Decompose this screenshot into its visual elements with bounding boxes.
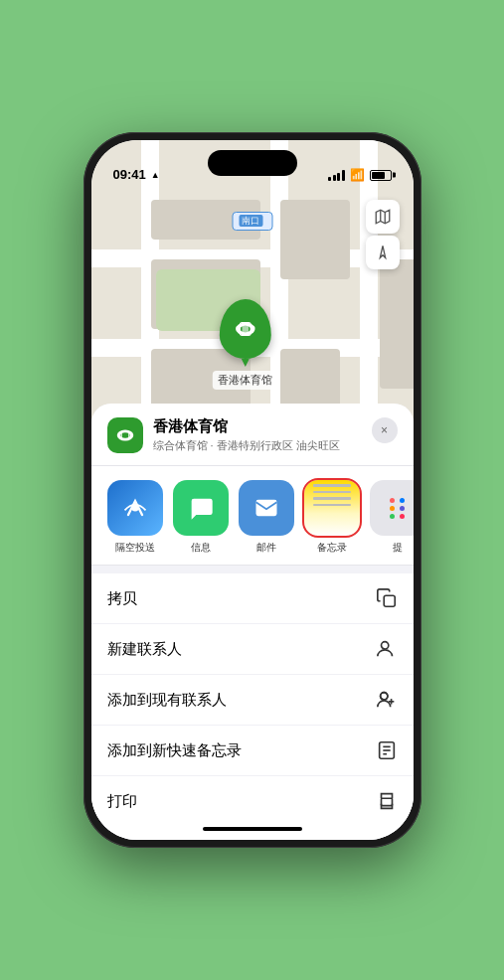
- more-icon: [370, 480, 414, 536]
- phone-frame: 09:41 ▲ 📶: [84, 132, 421, 848]
- action-quick-note[interactable]: 添加到新快速备忘录: [91, 726, 414, 776]
- svg-rect-5: [243, 326, 250, 333]
- notes-label: 备忘录: [317, 541, 347, 555]
- svg-rect-23: [381, 798, 392, 805]
- mail-icon: [239, 480, 294, 536]
- status-time: 09:41 ▲: [113, 167, 160, 182]
- gate-label: 南口 南口: [232, 212, 272, 231]
- airdrop-label: 隔空投送: [115, 541, 155, 555]
- person-plus-icon: [376, 689, 398, 711]
- svg-rect-12: [255, 500, 276, 516]
- print-label: 打印: [107, 792, 137, 811]
- stadium-marker-label: 香港体育馆: [212, 371, 278, 390]
- person-add-icon: [376, 638, 398, 660]
- location-desc: 综合体育馆 · 香港特别行政区 油尖旺区: [153, 438, 362, 453]
- stadium-marker[interactable]: 香港体育馆: [212, 299, 278, 390]
- battery-icon: [370, 170, 392, 181]
- more-label: 提: [393, 541, 403, 555]
- phone-screen: 09:41 ▲ 📶: [91, 140, 414, 840]
- bottom-sheet: 香港体育馆 综合体育馆 · 香港特别行政区 油尖旺区 ×: [91, 404, 414, 840]
- location-button[interactable]: [366, 236, 400, 269]
- status-icons: 📶: [328, 168, 392, 182]
- location-name: 香港体育馆: [153, 417, 362, 436]
- notes-icon: [304, 480, 360, 536]
- note-icon: [376, 739, 398, 761]
- share-airdrop[interactable]: 隔空投送: [107, 480, 163, 555]
- map-type-button[interactable]: [366, 200, 400, 234]
- messages-icon: [173, 480, 229, 536]
- location-info: 香港体育馆 综合体育馆 · 香港特别行政区 油尖旺区: [153, 417, 362, 453]
- svg-point-16: [380, 693, 387, 700]
- svg-point-14: [381, 642, 388, 649]
- share-messages[interactable]: 信息: [173, 480, 229, 555]
- add-existing-label: 添加到现有联系人: [107, 691, 227, 710]
- share-more[interactable]: 提: [370, 480, 414, 555]
- svg-rect-13: [384, 595, 395, 606]
- copy-icon: [376, 587, 398, 609]
- share-actions-row: 隔空投送 信息: [91, 466, 414, 566]
- copy-label: 拷贝: [107, 589, 137, 608]
- mail-label: 邮件: [256, 541, 276, 555]
- share-notes[interactable]: 备忘录: [304, 480, 360, 555]
- share-mail[interactable]: 邮件: [239, 480, 294, 555]
- action-copy[interactable]: 拷贝: [91, 573, 414, 624]
- home-indicator: [203, 827, 302, 831]
- airdrop-icon: [107, 480, 163, 536]
- printer-icon: [376, 790, 398, 812]
- location-arrow-icon: ▲: [151, 170, 160, 180]
- map-controls: [366, 200, 400, 269]
- marker-pin: [220, 299, 271, 359]
- location-header: 香港体育馆 综合体育馆 · 香港特别行政区 油尖旺区 ×: [91, 404, 414, 466]
- messages-label: 信息: [191, 541, 211, 555]
- close-button[interactable]: ×: [372, 417, 398, 443]
- dynamic-island: [208, 150, 297, 176]
- action-add-existing[interactable]: 添加到现有联系人: [91, 675, 414, 726]
- signal-icon: [328, 170, 345, 181]
- action-new-contact[interactable]: 新建联系人: [91, 624, 414, 675]
- wifi-icon: 📶: [350, 168, 365, 182]
- action-list: 拷贝 新建联系人 添加到现有联系人: [91, 573, 414, 818]
- new-contact-label: 新建联系人: [107, 640, 182, 659]
- action-print[interactable]: 打印: [91, 776, 414, 818]
- location-icon-wrap: [107, 417, 143, 453]
- quick-note-label: 添加到新快速备忘录: [107, 741, 242, 760]
